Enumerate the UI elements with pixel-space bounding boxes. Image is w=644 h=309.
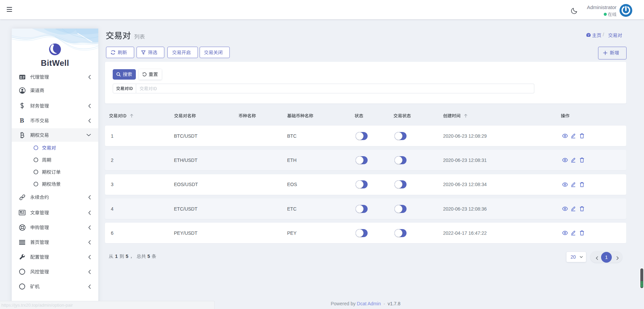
- svg-text:B: B: [20, 118, 24, 124]
